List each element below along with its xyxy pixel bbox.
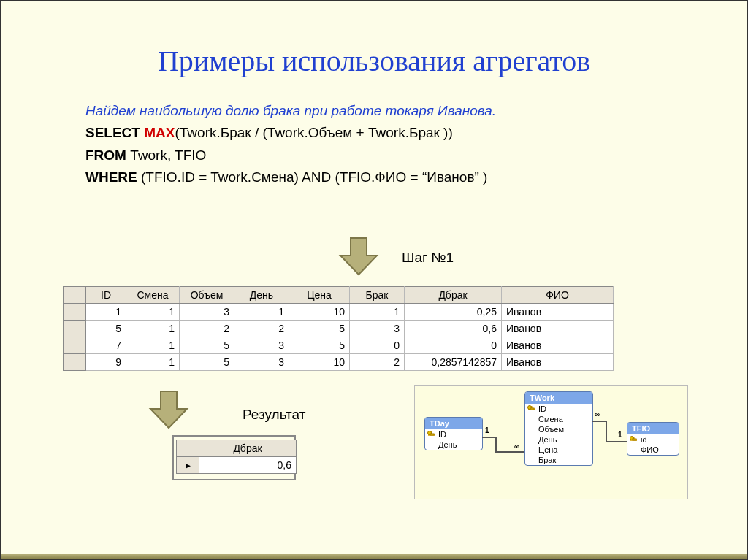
relation-line: [606, 421, 607, 441]
relation-one: 1: [485, 426, 489, 434]
result-table: Дбрак ▸0,6: [176, 440, 297, 474]
kw-from: FROM: [85, 147, 130, 163]
schema-field: Смена: [525, 414, 592, 424]
schema-field: Брак: [525, 455, 592, 465]
cell: 0: [405, 337, 502, 354]
relation-line: [606, 441, 627, 442]
row-selector-header: [64, 287, 86, 304]
schema-table-tfio: TFIO id ФИО: [627, 422, 679, 456]
relation-many: ∞: [514, 442, 519, 450]
result-header: Дбрак: [199, 440, 297, 457]
cell: 5: [180, 354, 234, 371]
row-selector-header: [177, 440, 199, 457]
table-row: 5 1 2 2 5 3 0,6 Иванов: [64, 321, 614, 337]
cell: 2: [180, 321, 234, 337]
cell: 1: [234, 304, 289, 321]
table-row: 9 1 5 3 10 2 0,2857142857 Иванов: [64, 354, 614, 371]
relation-line: [495, 437, 497, 451]
cell: 3: [234, 354, 289, 371]
cell: 0: [350, 337, 405, 354]
relation-many: ∞: [595, 410, 600, 418]
cell: 5: [289, 337, 350, 354]
cell: Иванов: [502, 337, 614, 354]
row-selector: [64, 337, 86, 354]
cell: 3: [350, 321, 405, 337]
schema-title: TWork: [525, 392, 592, 404]
sql-line-2: FROM Twork, TFIO: [85, 145, 663, 166]
cell: 2: [350, 354, 405, 371]
sql-rest-3: (TFIO.ID = Twork.Смена) AND (TFIO.ФИО = …: [141, 169, 487, 185]
relation-line: [495, 451, 524, 453]
relation-line: [482, 437, 495, 438]
schema-title: TFIO: [627, 423, 679, 434]
cell: 1: [126, 304, 180, 321]
sql-rest-2: Twork, TFIO: [130, 147, 206, 163]
col-header: Смена: [126, 287, 180, 304]
schema-table-twork: TWork ID Смена Объем День Цена Брак: [524, 391, 593, 466]
cell: Иванов: [502, 354, 614, 371]
cell: 2: [234, 321, 289, 337]
schema-field: Цена: [525, 445, 592, 455]
svg-marker-0: [340, 238, 377, 275]
row-selector: [64, 354, 86, 371]
sql-line-3: WHERE (TFIO.ID = Twork.Смена) AND (TFIO.…: [85, 166, 663, 188]
cell: 3: [180, 304, 234, 321]
schema-field-key: ID: [425, 429, 482, 440]
arrow-down-icon: [148, 388, 190, 431]
relation-one: 1: [618, 431, 622, 439]
cell: 0,6: [405, 321, 502, 337]
row-selector-current: ▸: [177, 457, 199, 474]
cell: 1: [126, 354, 180, 371]
col-header: Цена: [289, 287, 350, 304]
schema-table-tday: TDay ID День: [424, 417, 483, 450]
cell: 1: [86, 304, 126, 321]
col-header: ФИО: [502, 287, 614, 304]
svg-rect-5: [530, 408, 534, 410]
body-text: Найдем наибольшую долю брака при работе …: [85, 100, 663, 189]
row-selector: [64, 304, 86, 321]
cell: 3: [234, 337, 289, 354]
kw-select: SELECT: [85, 125, 144, 140]
kw-where: WHERE: [85, 169, 141, 185]
svg-rect-7: [633, 439, 636, 440]
col-header: Дбрак: [405, 287, 502, 304]
svg-rect-3: [430, 434, 434, 435]
result-label: Результат: [243, 407, 305, 423]
cell: Иванов: [502, 304, 614, 321]
schema-field-key: id: [627, 434, 679, 445]
result-value: 0,6: [199, 457, 297, 474]
step1-table: ID Смена Объем День Цена Брак Дбрак ФИО …: [63, 286, 614, 371]
cell: 9: [86, 354, 126, 371]
schema-field: День: [525, 434, 592, 445]
schema-field: День: [425, 440, 482, 450]
slide-title: Примеры использования агрегатов: [1, 1, 747, 78]
row-selector: [64, 321, 86, 337]
cell: 0,2857142857: [405, 354, 502, 371]
schema-field: ФИО: [627, 445, 679, 455]
kw-max: MAX: [144, 125, 175, 140]
col-header: Объем: [180, 287, 234, 304]
col-header: Брак: [350, 287, 405, 304]
cell: 5: [86, 321, 126, 337]
cell: 1: [126, 321, 180, 337]
schema-field-label: ID: [538, 404, 546, 413]
cell: 10: [289, 354, 350, 371]
cell: 1: [126, 337, 180, 354]
step-label: Шаг №1: [402, 250, 454, 266]
cell: 7: [86, 337, 126, 354]
schema-title: TDay: [425, 418, 482, 429]
cell: 1: [350, 304, 405, 321]
relationship-diagram: TDay ID День TWork ID Смена Объем День Ц…: [414, 385, 688, 499]
intro-line: Найдем наибольшую долю брака при работе …: [85, 100, 663, 122]
sql-rest-1: (Twork.Брак / (Twork.Объем + Twork.Брак …: [175, 125, 452, 140]
cell: 0,25: [405, 304, 502, 321]
schema-field-label: ID: [438, 430, 446, 439]
cell: 10: [289, 304, 350, 321]
cell: 5: [289, 321, 350, 337]
col-header: ID: [86, 287, 126, 304]
table-row: 1 1 3 1 10 1 0,25 Иванов: [64, 304, 614, 321]
col-header: День: [234, 287, 289, 304]
svg-marker-1: [150, 391, 187, 428]
schema-field-key: ID: [525, 404, 592, 414]
footer-accent: [1, 554, 747, 559]
